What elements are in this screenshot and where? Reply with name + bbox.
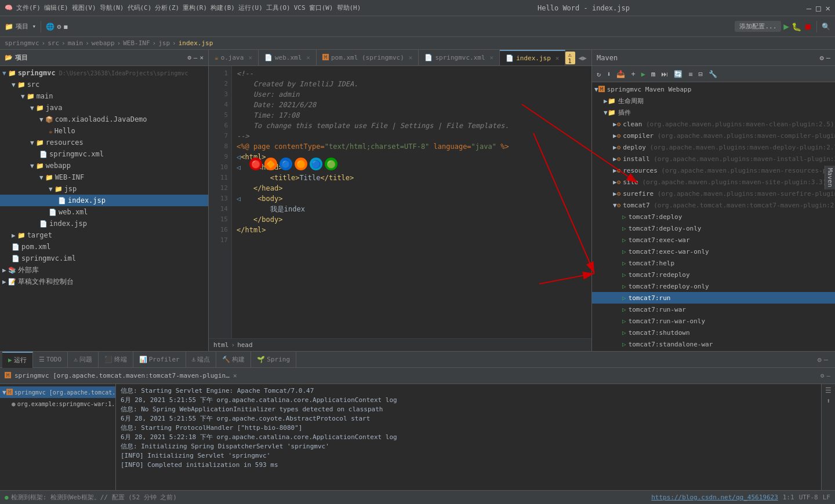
tree-webinf[interactable]: ▼ 📁 WEB-INF — [0, 171, 208, 183]
tab-pom-xml-close[interactable]: ✕ — [409, 54, 413, 61]
maven-download-src-icon[interactable]: 📥 — [614, 69, 627, 79]
breadcrumb-main[interactable]: main — [68, 39, 84, 47]
toolbar-btn-3[interactable]: ◼ — [63, 23, 67, 31]
tree-hello[interactable]: ☕ Hello — [0, 125, 208, 137]
maven-resources[interactable]: ▶ ⚙ resources (org.apache.maven.plugins:… — [592, 165, 835, 176]
maven-tomcat7-redeploy[interactable]: ▷ tomcat7:redeploy — [592, 269, 835, 280]
maven-site[interactable]: ▶ ⚙ site (org.apache.maven.plugins:maven… — [592, 176, 835, 188]
bottom-tab-run[interactable]: ▶ 运行 — [2, 352, 33, 368]
tree-pom-xml[interactable]: 📄 pom.xml — [0, 241, 208, 253]
scroll-left-icon[interactable]: ◀ — [579, 54, 583, 62]
tab-index-jsp-close[interactable]: ✕ — [556, 54, 560, 62]
run-side-icon-2[interactable]: ⬆ — [826, 397, 830, 405]
run-button[interactable]: ▶ — [783, 21, 789, 32]
tab-web-xml-close[interactable]: ✕ — [306, 54, 310, 61]
maven-update-icon[interactable]: 🔄 — [671, 69, 685, 79]
bottom-tab-build[interactable]: 🔨 构建 — [216, 352, 251, 368]
menu-help[interactable]: 帮助(H) — [337, 3, 361, 12]
maven-plugins[interactable]: ▼ 📁 插件 — [592, 107, 835, 118]
bottom-tab-spring[interactable]: 🌱 Spring — [251, 352, 296, 368]
breadcrumb-src[interactable]: src — [48, 39, 59, 47]
tab-springmvc-xml-close[interactable]: ✕ — [490, 54, 494, 61]
tree-index-jsp-webapp[interactable]: 📄 index.jsp — [0, 218, 208, 229]
bottom-tab-problems[interactable]: ⚠ 问题 — [68, 352, 99, 368]
menu-navigate[interactable]: 导航(N) — [100, 3, 124, 12]
run-minimize-icon[interactable]: — — [826, 372, 830, 379]
run-side-icon-1[interactable]: ☰ — [825, 386, 832, 395]
menu-refactor[interactable]: 重构(R) — [183, 3, 207, 12]
tab-springmvc-xml[interactable]: 📄 springmvc.xml ✕ — [419, 50, 500, 66]
tab-web-xml[interactable]: 📄 web.xml ✕ — [259, 50, 317, 66]
run-header-close-icon[interactable]: ✕ — [233, 372, 237, 379]
menu-vcs[interactable]: VCS — [294, 4, 306, 12]
menu-analyze[interactable]: 分析(Z) — [155, 3, 179, 12]
maven-tomcat7-deploy[interactable]: ▷ tomcat7:deploy — [592, 211, 835, 222]
maven-surefire[interactable]: ▶ ⚙ surefire (org.apache.maven.plugins:m… — [592, 188, 835, 199]
tree-main[interactable]: ▼ 📁 main — [0, 90, 208, 102]
maven-lifecycle[interactable]: ▶ 📁 生命周期 — [592, 95, 835, 107]
bottom-tab-profiler[interactable]: 📊 Profiler — [133, 352, 186, 368]
maven-tomcat7-run-war[interactable]: ▷ tomcat7:run-war — [592, 304, 835, 315]
maven-tomcat7-run-war-only[interactable]: ▷ tomcat7:run-war-only — [592, 315, 835, 327]
tree-springmvc-xml[interactable]: 📄 springmvc.xml — [0, 148, 208, 160]
breadcrumb-jsp[interactable]: jsp — [158, 39, 170, 47]
maven-deploy[interactable]: ▶ ⚙ deploy (org.apache.maven.plugins:mav… — [592, 141, 835, 153]
statusbar-url[interactable]: https://blog.csdn.net/qq_45619623 — [651, 494, 778, 501]
maven-clean[interactable]: ▶ ⚙ clean (org.apache.maven.plugins:mave… — [592, 118, 835, 130]
add-config-button[interactable]: 添加配置... — [735, 21, 781, 32]
maven-collapse-icon[interactable]: ⊟ — [696, 69, 705, 79]
editor-breadcrumb-head[interactable]: head — [237, 341, 253, 349]
bottom-settings-icon[interactable]: ⚙ — [818, 356, 822, 364]
run-tree-child[interactable]: ● org.example:springmvc-war:1.0-SNAPSHOT… — [0, 398, 115, 410]
editor-breadcrumb-html[interactable]: html — [213, 341, 229, 349]
maven-settings-icon[interactable]: ⚙ — [820, 54, 824, 62]
scroll-right-icon[interactable]: ▶ — [583, 54, 587, 62]
maven-tomcat7-standalone-war[interactable]: ▷ tomcat7:standalone-war — [592, 338, 835, 350]
tree-src[interactable]: ▼ 📁 src — [0, 79, 208, 90]
code-editor[interactable]: <!-- Created by IntelliJ IDEA. User: adm… — [232, 66, 591, 338]
menu-edit[interactable]: 编辑(E) — [44, 3, 68, 12]
breadcrumb-webapp[interactable]: webapp — [92, 39, 115, 47]
tree-scratches[interactable]: ▶ 📝 草稿文件和控制台 — [0, 276, 208, 287]
maven-tomcat7[interactable]: ▼ ⚙ tomcat7 (org.apache.tomcat.maven:tom… — [592, 199, 835, 211]
menu-tools[interactable]: 工具(O) — [266, 3, 291, 12]
debug-button[interactable]: 🐛 — [792, 22, 801, 31]
maven-root[interactable]: ▼ 🅼 springmvc Maven Webapp — [592, 83, 835, 95]
maven-refresh-icon[interactable]: ↻ — [594, 69, 603, 79]
maximize-button[interactable]: □ — [816, 3, 821, 13]
maven-minimize-icon[interactable]: — — [826, 54, 830, 62]
menu-code[interactable]: 代码(C) — [128, 3, 152, 12]
tab-pom-xml[interactable]: 🅼 pom.xml (springmvc) ✕ — [317, 50, 419, 66]
tree-jsp-folder[interactable]: ▼ 📁 jsp — [0, 183, 208, 195]
maven-m-icon[interactable]: m — [649, 69, 658, 79]
maven-tomcat7-deploy-only[interactable]: ▷ tomcat7:deploy-only — [592, 222, 835, 234]
run-settings-icon[interactable]: ⚙ — [821, 372, 825, 379]
close-button[interactable]: ✕ — [826, 3, 830, 13]
browser-safari-icon[interactable]: 🔵 — [310, 158, 322, 170]
tab-o-java-close[interactable]: ✕ — [248, 54, 252, 61]
tree-package[interactable]: ▼ 📦 com.xiaolaodi.JavaDemo — [0, 114, 208, 125]
tree-target[interactable]: ▶ 📁 target — [0, 229, 208, 241]
bottom-tab-endpoints[interactable]: ⚓ 端点 — [186, 352, 217, 368]
browser-firefox-icon[interactable]: 🔶 — [264, 158, 277, 170]
breadcrumb-springmvc[interactable]: springmvc — [5, 39, 39, 47]
menu-window[interactable]: 窗口(W) — [309, 3, 333, 12]
toolbar-search[interactable]: 🔍 — [822, 23, 830, 31]
toolbar-btn-1[interactable]: 🌐 — [46, 23, 55, 31]
browser-brave-icon[interactable]: 🟢 — [325, 158, 337, 170]
tree-index-jsp-main[interactable]: 📄 index.jsp — [0, 195, 208, 206]
tab-o-java[interactable]: ☕ o.java ✕ — [209, 50, 259, 66]
tree-java[interactable]: ▼ 📁 java — [0, 102, 208, 114]
project-close-icon[interactable]: ✕ — [199, 54, 204, 61]
maven-side-label[interactable]: Maven — [825, 166, 835, 189]
maven-add-icon[interactable]: + — [629, 69, 637, 79]
run-tree-root[interactable]: ▼ 🅼 springmvc [org.apache.tomcat.maven:t… — [0, 386, 115, 398]
menu-build[interactable]: 构建(B) — [210, 3, 235, 12]
stop-button[interactable]: ⏹ — [804, 22, 812, 31]
bottom-minimize-icon[interactable]: — — [824, 356, 828, 364]
maven-download-icon[interactable]: ⬇ — [604, 69, 613, 79]
menu-file[interactable]: 文件(F) — [16, 3, 41, 12]
browser-edge-icon[interactable]: 🔵 — [279, 158, 292, 170]
browser-chrome-icon[interactable]: 🔴 — [249, 158, 262, 170]
tree-web-xml[interactable]: 📄 web.xml — [0, 206, 208, 218]
